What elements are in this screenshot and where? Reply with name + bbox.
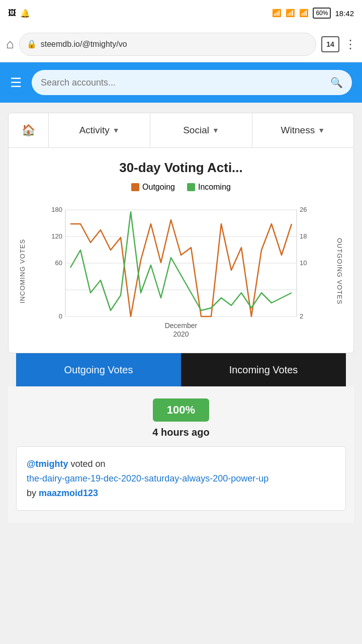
svg-text:120: 120 [51,232,62,240]
tab-witness[interactable]: Witness ▼ [252,113,353,147]
nav-tabs: 🏠 Activity ▼ Social ▼ Witness ▼ [9,113,353,148]
activity-label: Activity [79,125,110,136]
browser-home-button[interactable]: ⌂ [6,36,14,52]
hamburger-button[interactable]: ☰ [10,75,22,91]
browser-url-bar[interactable]: 🔒 steemdb.io/@tmighty/vo [19,33,316,56]
chart-inner: 180 120 60 0 26 18 10 2 December 2020 [28,200,334,343]
outgoing-votes-tab[interactable]: Outgoing Votes [16,353,181,386]
chart-svg: 180 120 60 0 26 18 10 2 December 2020 [28,200,334,341]
tab-activity[interactable]: Activity ▼ [49,113,150,147]
legend-incoming: Incoming [187,183,231,192]
chart-area: 30-day Voting Acti... Outgoing Incoming … [9,148,353,353]
photo-icon: 🖼 [8,9,16,18]
signal-icon-1: 📶 [286,9,295,18]
y-axis-left-label: INCOMING VOTES [17,200,28,343]
search-input[interactable] [41,77,325,88]
voted-on-label: voted on [71,459,106,469]
tab-home[interactable]: 🏠 [9,113,49,147]
battery-icon: 60% [313,8,331,19]
votes-tabs: Outgoing Votes Incoming Votes [16,353,346,386]
vote-card: @tmighty voted on the-dairy-game-19-dec-… [16,446,346,511]
y-axis-right-label: OUTGOING VOTES [334,200,345,343]
vote-percentage-container: 100% [16,398,346,422]
time-display: 18:42 [335,9,354,18]
svg-text:2: 2 [300,312,303,320]
svg-text:18: 18 [300,232,307,240]
witness-dropdown-icon: ▼ [318,126,325,134]
by-text: by [27,488,36,498]
vote-time: 4 hours ago [16,427,346,438]
svg-text:26: 26 [300,206,307,213]
browser-menu-button[interactable]: ⋮ [344,37,356,51]
social-label: Social [183,125,209,136]
svg-text:0: 0 [59,312,62,320]
svg-text:December: December [165,321,198,330]
status-bar-right: 📶 📶 📶 60% 18:42 [272,8,354,19]
percent-badge: 100% [153,398,209,422]
incoming-dot [187,183,195,191]
chart-title: 30-day Voting Acti... [17,160,345,176]
tab-social[interactable]: Social ▼ [150,113,252,147]
vote-content: 100% 4 hours ago @tmighty voted on the-d… [8,386,354,523]
browser-bar: ⌂ 🔒 steemdb.io/@tmighty/vo 14 ⋮ [0,26,362,62]
url-text: steemdb.io/@tmighty/vo [41,40,127,49]
activity-dropdown-icon: ▼ [113,126,120,134]
status-bar-left: 🖼 🔔 [8,9,30,18]
signal-icon-2: 📶 [299,9,309,18]
notification-icon: 🔔 [20,9,30,18]
app-header: ☰ 🔍 [0,62,362,103]
home-icon: 🏠 [22,124,35,137]
svg-text:2020: 2020 [173,330,189,338]
main-content: 🏠 Activity ▼ Social ▼ Witness ▼ 30-day V… [0,103,362,533]
wifi-icon: 📶 [272,9,282,18]
legend-outgoing-label: Outgoing [142,183,175,192]
lock-icon: 🔒 [27,39,37,49]
vote-account-link[interactable]: @tmighty [27,459,68,469]
incoming-votes-tab[interactable]: Incoming Votes [181,353,346,386]
outgoing-dot [131,183,139,191]
by-account-link[interactable]: maazmoid123 [39,488,98,498]
status-bar: 🖼 🔔 📶 📶 📶 60% 18:42 [0,0,362,26]
search-bar[interactable]: 🔍 [32,70,352,95]
svg-text:10: 10 [300,259,307,267]
post-link[interactable]: the-dairy-game-19-dec-2020-saturday-alwa… [27,473,268,484]
chart-legend: Outgoing Incoming [17,183,345,192]
svg-text:180: 180 [51,206,62,213]
chart-wrapper: INCOMING VOTES 180 [17,200,345,343]
svg-text:60: 60 [55,259,62,267]
legend-incoming-label: Incoming [198,183,231,192]
browser-tab-count[interactable]: 14 [321,36,339,52]
search-icon: 🔍 [330,76,343,89]
nav-card: 🏠 Activity ▼ Social ▼ Witness ▼ 30-day V… [8,113,354,353]
social-dropdown-icon: ▼ [212,126,219,134]
legend-outgoing: Outgoing [131,183,175,192]
witness-label: Witness [281,125,315,136]
